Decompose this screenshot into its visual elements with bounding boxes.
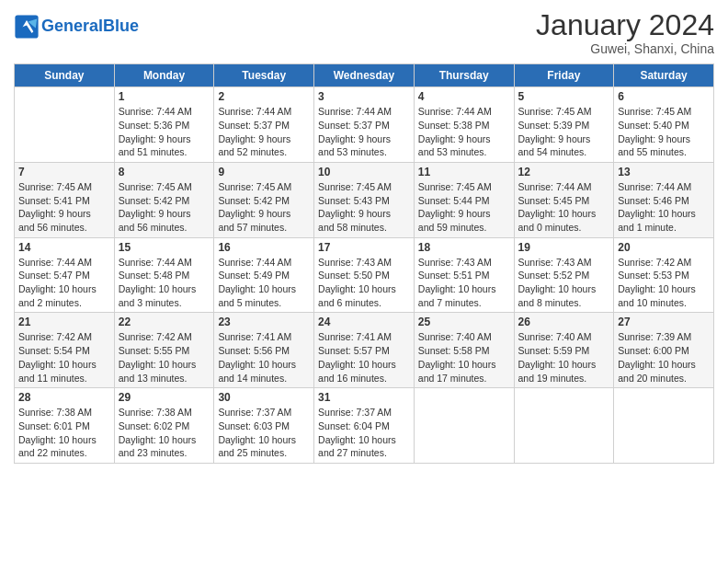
day-info: Sunrise: 7:38 AMSunset: 6:01 PMDaylight:…: [18, 406, 110, 460]
calendar-cell: 30Sunrise: 7:37 AMSunset: 6:03 PMDayligh…: [214, 388, 314, 464]
day-info: Sunrise: 7:42 AMSunset: 5:55 PMDaylight:…: [119, 330, 210, 385]
day-info: Sunrise: 7:40 AMSunset: 5:58 PMDaylight:…: [418, 330, 510, 385]
calendar-week-row: 7Sunrise: 7:45 AMSunset: 5:41 PMDaylight…: [15, 162, 714, 237]
calendar-cell: 24Sunrise: 7:41 AMSunset: 5:57 PMDayligh…: [314, 313, 415, 388]
day-number: 16: [218, 241, 310, 254]
day-number: 24: [318, 316, 410, 328]
day-info: Sunrise: 7:44 AMSunset: 5:37 PMDaylight:…: [218, 105, 310, 159]
day-number: 17: [318, 241, 410, 254]
calendar-cell: 4Sunrise: 7:44 AMSunset: 5:38 PMDaylight…: [414, 87, 514, 163]
calendar-cell: 2Sunrise: 7:44 AMSunset: 5:37 PMDaylight…: [214, 87, 314, 163]
day-info: Sunrise: 7:42 AMSunset: 5:54 PMDaylight:…: [18, 330, 110, 385]
day-number: 14: [18, 241, 110, 254]
day-info: Sunrise: 7:44 AMSunset: 5:38 PMDaylight:…: [418, 105, 510, 159]
day-number: 28: [18, 391, 110, 404]
calendar-cell: 28Sunrise: 7:38 AMSunset: 6:01 PMDayligh…: [15, 388, 115, 464]
calendar-cell: 13Sunrise: 7:44 AMSunset: 5:46 PMDayligh…: [614, 162, 714, 237]
month-title: January 2024: [536, 9, 714, 41]
day-info: Sunrise: 7:39 AMSunset: 6:00 PMDaylight:…: [618, 330, 710, 385]
calendar-cell: 1Sunrise: 7:44 AMSunset: 5:36 PMDaylight…: [114, 87, 214, 163]
calendar-cell: 27Sunrise: 7:39 AMSunset: 6:00 PMDayligh…: [614, 313, 714, 388]
calendar-day-header: Sunday: [15, 64, 115, 87]
day-info: Sunrise: 7:42 AMSunset: 5:53 PMDaylight:…: [618, 256, 710, 310]
day-number: 2: [218, 90, 310, 103]
day-info: Sunrise: 7:43 AMSunset: 5:52 PMDaylight:…: [518, 256, 610, 310]
calendar-cell: 31Sunrise: 7:37 AMSunset: 6:04 PMDayligh…: [314, 388, 415, 464]
logo: GeneralBlue: [14, 14, 139, 40]
day-number: 9: [218, 166, 310, 178]
day-info: Sunrise: 7:44 AMSunset: 5:49 PMDaylight:…: [218, 256, 310, 310]
day-info: Sunrise: 7:45 AMSunset: 5:44 PMDaylight:…: [418, 180, 510, 235]
calendar-day-header: Thursday: [414, 64, 514, 87]
calendar-header-row: SundayMondayTuesdayWednesdayThursdayFrid…: [15, 64, 714, 87]
day-info: Sunrise: 7:45 AMSunset: 5:42 PMDaylight:…: [119, 180, 210, 235]
day-number: 4: [418, 90, 510, 103]
day-info: Sunrise: 7:38 AMSunset: 6:02 PMDaylight:…: [119, 406, 210, 460]
day-info: Sunrise: 7:41 AMSunset: 5:56 PMDaylight:…: [218, 330, 310, 385]
day-number: 21: [18, 316, 110, 328]
day-info: Sunrise: 7:45 AMSunset: 5:41 PMDaylight:…: [18, 180, 110, 235]
calendar-cell: 6Sunrise: 7:45 AMSunset: 5:40 PMDaylight…: [614, 87, 714, 163]
calendar-cell: 20Sunrise: 7:42 AMSunset: 5:53 PMDayligh…: [614, 237, 714, 313]
logo-blue: Blue: [103, 17, 139, 35]
calendar-day-header: Tuesday: [214, 64, 314, 87]
calendar-cell: 19Sunrise: 7:43 AMSunset: 5:52 PMDayligh…: [514, 237, 614, 313]
calendar-week-row: 1Sunrise: 7:44 AMSunset: 5:36 PMDaylight…: [15, 87, 714, 163]
day-info: Sunrise: 7:45 AMSunset: 5:42 PMDaylight:…: [218, 180, 310, 235]
day-info: Sunrise: 7:43 AMSunset: 5:51 PMDaylight:…: [418, 256, 510, 310]
day-number: 13: [618, 166, 710, 178]
calendar-day-header: Saturday: [614, 64, 714, 87]
calendar-week-row: 28Sunrise: 7:38 AMSunset: 6:01 PMDayligh…: [15, 388, 714, 464]
location: Guwei, Shanxi, China: [536, 41, 714, 56]
day-number: 3: [318, 90, 410, 103]
calendar-day-header: Wednesday: [314, 64, 415, 87]
day-info: Sunrise: 7:41 AMSunset: 5:57 PMDaylight:…: [318, 330, 410, 385]
day-info: Sunrise: 7:44 AMSunset: 5:46 PMDaylight:…: [618, 180, 710, 235]
day-number: 1: [119, 90, 210, 103]
day-info: Sunrise: 7:44 AMSunset: 5:37 PMDaylight:…: [318, 105, 410, 159]
day-info: Sunrise: 7:44 AMSunset: 5:45 PMDaylight:…: [518, 180, 610, 235]
day-number: 19: [518, 241, 610, 254]
day-number: 26: [518, 316, 610, 328]
day-number: 10: [318, 166, 410, 178]
day-info: Sunrise: 7:40 AMSunset: 5:59 PMDaylight:…: [518, 330, 610, 385]
day-number: 31: [318, 391, 410, 404]
calendar-cell: 14Sunrise: 7:44 AMSunset: 5:47 PMDayligh…: [15, 237, 115, 313]
day-info: Sunrise: 7:45 AMSunset: 5:43 PMDaylight:…: [318, 180, 410, 235]
calendar-cell: 3Sunrise: 7:44 AMSunset: 5:37 PMDaylight…: [314, 87, 415, 163]
calendar-cell: 17Sunrise: 7:43 AMSunset: 5:50 PMDayligh…: [314, 237, 415, 313]
day-info: Sunrise: 7:37 AMSunset: 6:04 PMDaylight:…: [318, 406, 410, 460]
day-number: 8: [119, 166, 210, 178]
calendar-cell: 23Sunrise: 7:41 AMSunset: 5:56 PMDayligh…: [214, 313, 314, 388]
calendar-cell: 25Sunrise: 7:40 AMSunset: 5:58 PMDayligh…: [414, 313, 514, 388]
day-info: Sunrise: 7:44 AMSunset: 5:36 PMDaylight:…: [119, 105, 210, 159]
calendar-cell: 29Sunrise: 7:38 AMSunset: 6:02 PMDayligh…: [114, 388, 214, 464]
day-info: Sunrise: 7:45 AMSunset: 5:40 PMDaylight:…: [618, 105, 710, 159]
calendar-week-row: 14Sunrise: 7:44 AMSunset: 5:47 PMDayligh…: [15, 237, 714, 313]
calendar-cell: 9Sunrise: 7:45 AMSunset: 5:42 PMDaylight…: [214, 162, 314, 237]
calendar-cell: 7Sunrise: 7:45 AMSunset: 5:41 PMDaylight…: [15, 162, 115, 237]
day-info: Sunrise: 7:44 AMSunset: 5:47 PMDaylight:…: [18, 256, 110, 310]
day-info: Sunrise: 7:45 AMSunset: 5:39 PMDaylight:…: [518, 105, 610, 159]
calendar-cell: [614, 388, 714, 464]
calendar-day-header: Monday: [114, 64, 214, 87]
calendar-cell: 11Sunrise: 7:45 AMSunset: 5:44 PMDayligh…: [414, 162, 514, 237]
title-block: January 2024 Guwei, Shanxi, China: [536, 9, 714, 56]
day-info: Sunrise: 7:37 AMSunset: 6:03 PMDaylight:…: [218, 406, 310, 460]
calendar-cell: [15, 87, 115, 163]
day-number: 15: [119, 241, 210, 254]
calendar-cell: 22Sunrise: 7:42 AMSunset: 5:55 PMDayligh…: [114, 313, 214, 388]
calendar-cell: 26Sunrise: 7:40 AMSunset: 5:59 PMDayligh…: [514, 313, 614, 388]
day-number: 5: [518, 90, 610, 103]
calendar-cell: 16Sunrise: 7:44 AMSunset: 5:49 PMDayligh…: [214, 237, 314, 313]
calendar-cell: 18Sunrise: 7:43 AMSunset: 5:51 PMDayligh…: [414, 237, 514, 313]
logo-icon: [14, 14, 40, 40]
calendar-cell: 21Sunrise: 7:42 AMSunset: 5:54 PMDayligh…: [15, 313, 115, 388]
logo-general: General: [41, 17, 103, 35]
day-number: 27: [618, 316, 710, 328]
day-info: Sunrise: 7:43 AMSunset: 5:50 PMDaylight:…: [318, 256, 410, 310]
day-info: Sunrise: 7:44 AMSunset: 5:48 PMDaylight:…: [119, 256, 210, 310]
day-number: 29: [119, 391, 210, 404]
day-number: 25: [418, 316, 510, 328]
calendar-cell: 5Sunrise: 7:45 AMSunset: 5:39 PMDaylight…: [514, 87, 614, 163]
